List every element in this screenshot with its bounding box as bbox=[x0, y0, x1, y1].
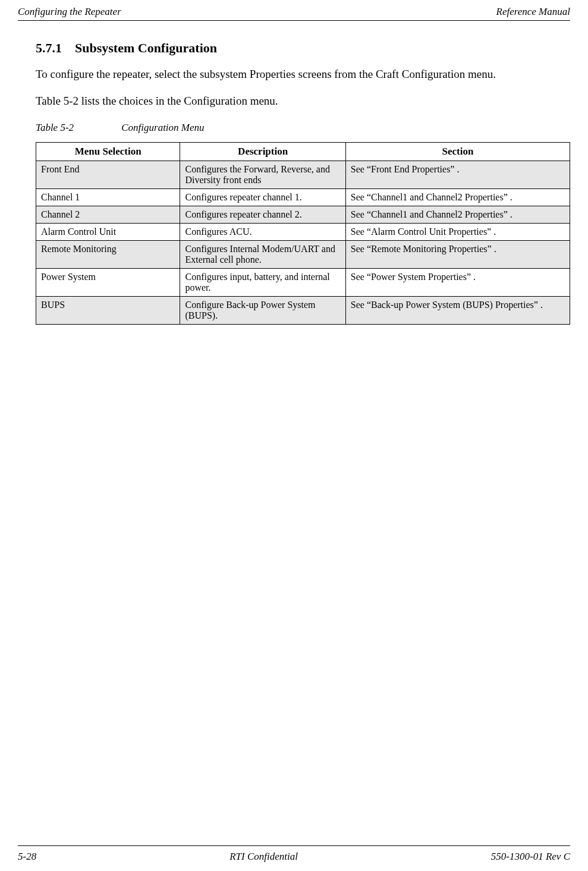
cell-menu: Channel 1 bbox=[36, 189, 180, 206]
cell-desc: Configures repeater channel 2. bbox=[180, 206, 345, 224]
table-header-section: Section bbox=[345, 143, 570, 161]
content: 5.7.1 Subsystem Configuration To configu… bbox=[36, 36, 570, 325]
table-row: Alarm Control Unit Configures ACU. See “… bbox=[36, 224, 570, 241]
cell-desc: Configures ACU. bbox=[180, 224, 345, 241]
cell-menu: Remote Monitoring bbox=[36, 241, 180, 269]
cell-section: See “Front End Properties” . bbox=[345, 161, 570, 189]
footer-left: 5-28 bbox=[18, 851, 36, 863]
table-caption-title: Configuration Menu bbox=[121, 122, 204, 133]
cell-desc: Configures Internal Modem/UART and Exter… bbox=[180, 241, 345, 269]
section-number: 5.7.1 bbox=[36, 40, 62, 55]
footer-rule bbox=[18, 845, 570, 846]
configuration-menu-table: Menu Selection Description Section Front… bbox=[36, 142, 570, 325]
table-row: Remote Monitoring Configures Internal Mo… bbox=[36, 241, 570, 269]
page-header: Configuring the Repeater Reference Manua… bbox=[18, 6, 570, 19]
table-row: Channel 2 Configures repeater channel 2.… bbox=[36, 206, 570, 224]
table-caption-label: Table 5-2 bbox=[36, 122, 119, 134]
table-header-menu: Menu Selection bbox=[36, 143, 180, 161]
cell-desc: Configures the Forward, Reverse, and Div… bbox=[180, 161, 345, 189]
header-rule bbox=[18, 20, 570, 21]
paragraph-1: To configure the repeater, select the su… bbox=[36, 67, 570, 83]
table-header-row: Menu Selection Description Section bbox=[36, 143, 570, 161]
table-header-desc: Description bbox=[180, 143, 345, 161]
section-title: Subsystem Configuration bbox=[75, 40, 217, 55]
cell-section: See “Power System Properties” . bbox=[345, 269, 570, 297]
section-heading: 5.7.1 Subsystem Configuration bbox=[36, 40, 570, 56]
cell-desc: Configure Back-up Power System (BUPS). bbox=[180, 297, 345, 325]
paragraph-2: Table 5-2 lists the choices in the Confi… bbox=[36, 93, 570, 109]
table-caption: Table 5-2 Configuration Menu bbox=[36, 122, 570, 134]
cell-menu: Power System bbox=[36, 269, 180, 297]
cell-desc: Configures input, battery, and internal … bbox=[180, 269, 345, 297]
header-left: Configuring the Repeater bbox=[18, 6, 121, 18]
cell-section: See “Back-up Power System (BUPS) Propert… bbox=[345, 297, 570, 325]
table-row: Power System Configures input, battery, … bbox=[36, 269, 570, 297]
header-right: Reference Manual bbox=[496, 6, 570, 18]
cell-desc: Configures repeater channel 1. bbox=[180, 189, 345, 206]
footer-right: 550-1300-01 Rev C bbox=[491, 851, 570, 863]
cell-menu: Front End bbox=[36, 161, 180, 189]
footer-center: RTI Confidential bbox=[229, 851, 298, 863]
cell-menu: BUPS bbox=[36, 297, 180, 325]
cell-menu: Alarm Control Unit bbox=[36, 224, 180, 241]
cell-menu: Channel 2 bbox=[36, 206, 180, 224]
cell-section: See “Alarm Control Unit Properties” . bbox=[345, 224, 570, 241]
cell-section: See “Remote Monitoring Properties” . bbox=[345, 241, 570, 269]
table-row: Front End Configures the Forward, Revers… bbox=[36, 161, 570, 189]
page-footer: 5-28 RTI Confidential 550-1300-01 Rev C bbox=[18, 851, 570, 863]
page: Configuring the Repeater Reference Manua… bbox=[0, 0, 588, 871]
cell-section: See “Channel1 and Channel2 Properties” . bbox=[345, 206, 570, 224]
table-row: Channel 1 Configures repeater channel 1.… bbox=[36, 189, 570, 206]
cell-section: See “Channel1 and Channel2 Properties” . bbox=[345, 189, 570, 206]
table-row: BUPS Configure Back-up Power System (BUP… bbox=[36, 297, 570, 325]
